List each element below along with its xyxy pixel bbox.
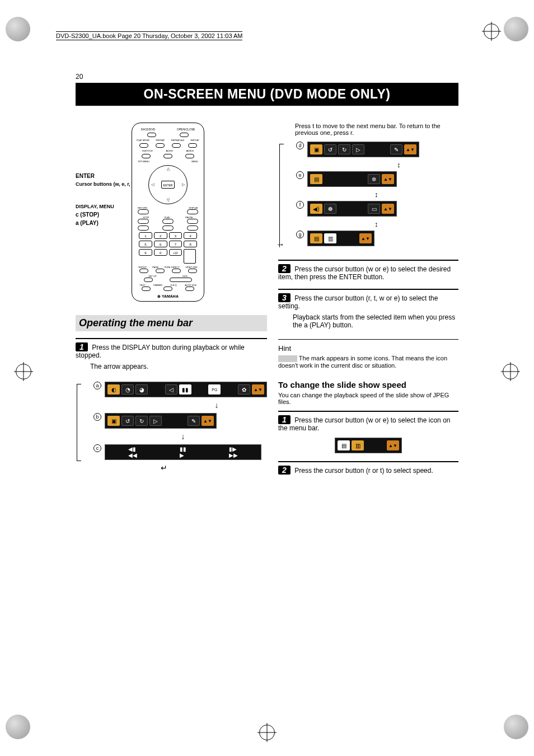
btn-label: ANGLE xyxy=(186,149,194,152)
menu-icon: ▮▮ xyxy=(179,384,191,395)
slide-menu-example: ▤ ▥ ▲▼ xyxy=(278,438,458,453)
remote-number: 6 xyxy=(154,241,167,247)
step-divider xyxy=(278,260,458,261)
callout-stop: c (STOP) xyxy=(76,212,135,218)
step-1: 1 Press the DISPLAY button during playba… xyxy=(76,342,267,359)
menu-icon: ▷ xyxy=(149,416,162,426)
page-title: ON-SCREEN MENU (DVD MODE ONLY) xyxy=(76,83,458,106)
menu-icon: ▷ xyxy=(352,144,364,154)
menu-icon: ❁ xyxy=(324,204,336,214)
btn-label: REPEAT A-B xyxy=(171,139,184,142)
slide-step-1-text: Press the cursor button (w or e) to sele… xyxy=(278,416,450,432)
menu-bar-b: ▣ ↺ ↻ ▷ ✎ ▲▼ xyxy=(105,413,217,429)
callout-play: a (PLAY) xyxy=(76,220,135,226)
menu-icon: ▥ xyxy=(352,440,364,450)
btn-label: SACD/DVD xyxy=(141,128,156,131)
menu-end-icon: ▲▼ xyxy=(382,204,394,214)
menu-bar-d: ▣ ↺ ↻ ▷ ✎ ▲▼ xyxy=(307,142,419,157)
remote-callouts: ENTER Cursor buttons (w, e, r, t) DISPLA… xyxy=(76,173,135,228)
diagram-label-b: b xyxy=(93,413,101,421)
btn-label: REPEAT xyxy=(156,139,165,142)
hint-body: The mark appears in some icons. That mea… xyxy=(278,355,458,369)
registration-mark-icon xyxy=(484,24,499,39)
remote-number: 1 xyxy=(139,232,152,239)
corner-decoration xyxy=(504,715,528,739)
callout-display: DISPLAY, MENU xyxy=(76,204,135,209)
step-3-note: Playback starts from the selected item w… xyxy=(293,313,458,329)
menu-end-icon: ▲▼ xyxy=(382,174,394,184)
corner-decoration xyxy=(6,715,30,739)
btn-label: DIMMER xyxy=(153,284,162,287)
menu-bar-c: ◀▮◀◀ ▮▮▶ ▮▶▶▶ xyxy=(105,444,261,460)
menu-icon: ▥ xyxy=(324,233,336,243)
menu-end-icon: ▲▼ xyxy=(404,144,416,154)
remote-number: 5 xyxy=(139,241,152,247)
section-heading: Operating the menu bar xyxy=(76,315,267,331)
remote-number: 2 xyxy=(154,232,167,239)
diagram-label-g: g xyxy=(296,231,304,238)
step-number-icon: 3 xyxy=(278,293,291,302)
menu-icon: ▤ xyxy=(310,233,322,243)
menu-icon: ↺ xyxy=(324,144,336,154)
menu-end-icon: ▲▼ xyxy=(387,440,399,450)
step-1-text: Press the DISPLAY button during playback… xyxy=(76,344,245,359)
menu-icon: ◁ xyxy=(165,384,177,395)
corner-decoration xyxy=(504,17,528,41)
down-arrow-icon: ↓ xyxy=(149,432,217,441)
menu-icon: ✿ xyxy=(238,384,250,395)
dpad-icon: △ ▽ ◁ ▷ ENTER xyxy=(148,165,188,204)
step-number-icon: 2 xyxy=(278,466,291,475)
remote-number: 4 xyxy=(184,232,197,239)
btn-label: AUDIO xyxy=(166,149,173,152)
diagram-label-d: d xyxy=(296,142,304,149)
menu-icon: ✲ xyxy=(368,174,380,184)
menubar-diagram-left: a ◐ ◔ ◕ ◁ ▮▮ PG ✿ ▲ xyxy=(76,382,267,472)
remote-diagram: ENTER Cursor buttons (w, e, r, t) DISPLA… xyxy=(76,123,267,302)
step-divider xyxy=(278,461,458,462)
menu-end-icon: ▲▼ xyxy=(359,233,372,243)
menu-icon: ▣ xyxy=(107,416,120,426)
menu-icon: ↻ xyxy=(338,144,350,154)
registration-mark-icon xyxy=(16,364,31,379)
updown-arrow-icon: ↕ xyxy=(374,220,397,228)
step-number-icon: 2 xyxy=(278,264,291,273)
menu-end-icon: ▲▼ xyxy=(252,384,264,395)
menubar-diagram-right: → d ▣ ↺ ↻ ▷ ✎ ▲▼ ↕ xyxy=(278,142,458,250)
menu-icon: ◀) xyxy=(310,204,322,214)
return-arrow-icon: ↵ xyxy=(161,463,261,472)
menu-icon: PG xyxy=(208,384,221,395)
brand-logo: ⊕ YAMAHA xyxy=(135,294,200,299)
menu-icon: ✎ xyxy=(188,416,200,426)
btn-label: PLAY MODE xyxy=(137,139,149,142)
step-3: 3 Press the cursor button (r, t, w or e)… xyxy=(278,293,458,310)
menu-icon: ▤ xyxy=(338,440,350,450)
page-header-meta: DVD-S2300_UA.book Page 20 Thursday, Octo… xyxy=(56,31,242,40)
remote-number: 7 xyxy=(169,241,182,247)
menu-bar-g: ▤ ▥ ▲▼ xyxy=(307,231,374,246)
menu-icon: ◔ xyxy=(121,384,134,395)
diagram-label-a: a xyxy=(93,382,101,389)
menu-bar-slide: ▤ ▥ ▲▼ xyxy=(335,438,402,453)
pause-icon: ▮▮▶ xyxy=(180,446,186,458)
enter-button: ENTER xyxy=(161,181,175,189)
hint-label: Hint xyxy=(278,344,458,353)
remote-number: 9 xyxy=(139,249,152,256)
gray-mark-icon xyxy=(278,355,297,362)
right-top-lead: Press t to move to the next menu bar. To… xyxy=(295,123,458,136)
menu-icon: ✎ xyxy=(390,144,402,154)
updown-arrow-icon: ↕ xyxy=(374,190,397,199)
menu-end-icon: ▲▼ xyxy=(202,416,214,426)
btn-label: TOP MENU xyxy=(138,160,149,163)
ff-icon: ▮▶▶▶ xyxy=(229,446,238,458)
step-3-text: Press the cursor button (r, t, w or e) t… xyxy=(278,294,438,310)
menu-icon: ↻ xyxy=(135,416,148,426)
btn-label: SUBTITLE xyxy=(142,149,153,152)
menu-icon: ◕ xyxy=(135,384,148,395)
remote-number: 3 xyxy=(169,232,182,239)
btn-label: G.E.Q xyxy=(171,284,177,287)
remote-number: 0 xyxy=(154,249,167,256)
remote-number: +10 xyxy=(169,249,182,256)
step-number-icon: 1 xyxy=(278,415,291,424)
updown-arrow-icon: ↕ xyxy=(397,161,419,169)
menu-icon: ▭ xyxy=(368,204,380,214)
